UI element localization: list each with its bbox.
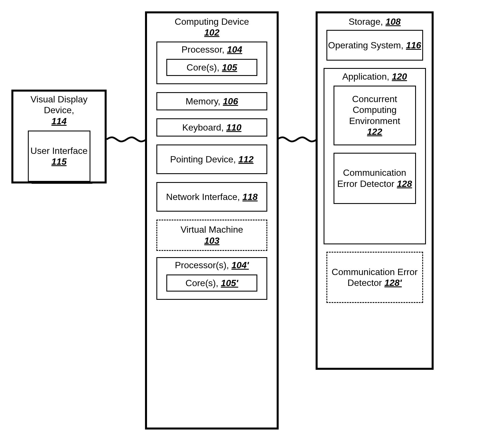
processor-label: Processor, 104 xyxy=(159,44,265,55)
cores2-block: Core(s), 105' xyxy=(166,274,257,292)
operating-system-block: Operating System, 116 xyxy=(326,30,423,61)
concurrent-computing-env-label: Concurrent Computing Environment 122 xyxy=(336,94,413,137)
processors2-label: Processor(s), 104' xyxy=(159,260,265,271)
connector-display-to-computing xyxy=(107,134,146,145)
concurrent-computing-env-block: Concurrent Computing Environment 122 xyxy=(334,86,416,145)
cores-label: Core(s), 105 xyxy=(187,62,237,73)
visual-display-device-block: Visual Display Device, 114 User Interfac… xyxy=(11,90,107,183)
processors2-block: Processor(s), 104' Core(s), 105' xyxy=(156,257,267,300)
comm-error-detector2-block: Communication Error Detector 128' xyxy=(326,252,423,303)
cores2-label: Core(s), 105' xyxy=(185,278,238,288)
diagram-canvas: Visual Display Device, 114 User Interfac… xyxy=(6,6,503,448)
pointing-device-block: Pointing Device, 112 xyxy=(156,144,267,174)
pointing-device-label: Pointing Device, 112 xyxy=(170,154,254,165)
visual-display-device-title: Visual Display Device, 114 xyxy=(16,94,102,127)
comm-error-detector2-label: Communication Error Detector 128' xyxy=(329,267,421,288)
application-label: Application, 120 xyxy=(327,71,422,82)
keyboard-block: Keyboard, 110 xyxy=(156,118,267,137)
cores-block: Core(s), 105 xyxy=(166,59,257,76)
network-interface-block: Network Interface, 118 xyxy=(156,182,267,212)
computing-device-block: Computing Device 102 Processor, 104 Core… xyxy=(145,11,279,430)
memory-label: Memory, 106 xyxy=(186,96,238,107)
memory-block: Memory, 106 xyxy=(156,92,267,110)
storage-block: Storage, 108 Operating System, 116 Appli… xyxy=(316,11,434,370)
connector-computing-to-storage xyxy=(277,134,317,145)
processor-block: Processor, 104 Core(s), 105 xyxy=(156,42,267,84)
computing-device-title: Computing Device 102 xyxy=(150,16,273,38)
application-block: Application, 120 Concurrent Computing En… xyxy=(324,68,426,244)
user-interface-block: User Interface 115 xyxy=(28,131,90,182)
keyboard-label: Keyboard, 110 xyxy=(182,122,241,133)
operating-system-label: Operating System, 116 xyxy=(328,40,421,51)
comm-error-detector-label: Communication Error Detector 128 xyxy=(336,167,414,189)
user-interface-label: User Interface 115 xyxy=(30,145,88,167)
network-interface-label: Network Interface, 118 xyxy=(166,191,258,202)
virtual-machine-block: Virtual Machine 103 xyxy=(156,220,267,251)
comm-error-detector-block: Communication Error Detector 128 xyxy=(334,153,416,204)
virtual-machine-label: Virtual Machine 103 xyxy=(181,224,243,246)
storage-title: Storage, 108 xyxy=(322,16,428,27)
